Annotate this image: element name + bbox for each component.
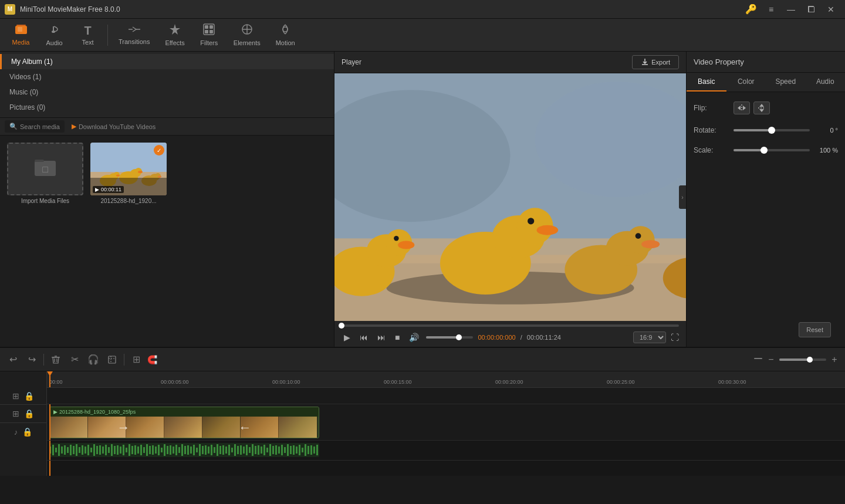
export-button[interactable]: Export bbox=[632, 55, 679, 69]
search-media-btn[interactable]: 🔍 Search media bbox=[5, 120, 65, 133]
scale-thumb[interactable] bbox=[760, 147, 768, 154]
album-item-music-label: Music (0) bbox=[9, 88, 38, 96]
toolbar-audio[interactable]: Audio bbox=[38, 21, 70, 49]
svg-point-23 bbox=[116, 175, 120, 177]
toolbar-text-label: Text bbox=[82, 39, 93, 46]
svg-rect-151 bbox=[313, 447, 315, 454]
svg-rect-147 bbox=[302, 448, 303, 452]
cut-button[interactable]: ✂ bbox=[66, 353, 83, 367]
titlebar-key-btn[interactable]: 🔑 bbox=[742, 2, 760, 16]
svg-rect-130 bbox=[252, 444, 254, 456]
undo-button[interactable]: ↩ bbox=[5, 353, 21, 367]
album-item-myalbum[interactable]: My Album (1) bbox=[0, 54, 334, 69]
svg-rect-133 bbox=[261, 447, 262, 454]
zoom-out-button[interactable]: − bbox=[765, 354, 777, 366]
tab-speed[interactable]: Speed bbox=[766, 73, 806, 92]
flip-vertical-button[interactable] bbox=[753, 102, 770, 114]
export-label: Export bbox=[651, 59, 670, 66]
svg-point-42 bbox=[394, 236, 398, 241]
video-media-item[interactable]: ▶ 00:00:11 ✓ 20125288-hd_1920... bbox=[90, 143, 167, 204]
album-item-pictures-label: Pictures (0) bbox=[9, 103, 45, 111]
titlebar-menu-btn[interactable]: ≡ bbox=[762, 2, 780, 16]
tab-color[interactable]: Color bbox=[726, 73, 766, 92]
volume-thumb[interactable] bbox=[456, 334, 462, 340]
stop-button[interactable]: ■ bbox=[393, 332, 402, 343]
toolbar-audio-label: Audio bbox=[46, 39, 62, 46]
flip-horizontal-button[interactable] bbox=[734, 102, 750, 114]
rotate-slider[interactable] bbox=[734, 129, 810, 131]
tab-basic[interactable]: Basic bbox=[687, 73, 726, 92]
magnetic-snap-icon[interactable]: 🧲 bbox=[145, 354, 160, 366]
svg-rect-113 bbox=[202, 446, 204, 454]
delete-button[interactable] bbox=[48, 353, 64, 367]
titlebar-restore-btn[interactable]: ⧠ bbox=[802, 2, 820, 16]
add-track-icon[interactable]: ⊞ bbox=[130, 353, 143, 366]
svg-rect-98 bbox=[158, 445, 160, 455]
timeline-body: ⊞ 🔒 ⊞ 🔒 ♪ 🔒 bbox=[0, 371, 845, 476]
tab-basic-label: Basic bbox=[698, 77, 715, 86]
lock-sub-track-icon[interactable]: 🔒 bbox=[23, 408, 35, 420]
album-item-videos[interactable]: Videos (1) bbox=[0, 69, 334, 84]
progress-bar[interactable] bbox=[342, 324, 679, 327]
svg-rect-100 bbox=[164, 444, 165, 456]
youtube-icon: ▶ bbox=[72, 123, 76, 130]
progress-thumb[interactable] bbox=[339, 323, 344, 329]
video-thumb[interactable]: ▶ 00:00:11 ✓ bbox=[90, 143, 167, 195]
svg-rect-126 bbox=[240, 445, 242, 455]
toolbar-transitions[interactable]: Transitions bbox=[111, 21, 157, 49]
svg-rect-4 bbox=[53, 26, 54, 32]
import-thumb[interactable]: □ bbox=[7, 143, 83, 195]
fullscreen-button[interactable]: ⛶ bbox=[671, 333, 679, 342]
toolbar-text[interactable]: T Text bbox=[72, 21, 104, 49]
redo-button[interactable]: ↪ bbox=[23, 353, 40, 367]
toolbar-motion[interactable]: Motion bbox=[269, 21, 302, 49]
svg-point-50 bbox=[627, 226, 655, 254]
zoom-out-icon bbox=[753, 354, 763, 365]
tab-speed-label: Speed bbox=[775, 77, 796, 86]
import-media-item[interactable]: □ Import Media Files bbox=[7, 143, 83, 204]
volume-slider[interactable] bbox=[426, 336, 473, 339]
svg-rect-89 bbox=[131, 446, 133, 454]
svg-point-51 bbox=[641, 240, 660, 248]
rotate-thumb[interactable] bbox=[768, 127, 775, 134]
tab-audio[interactable]: Audio bbox=[806, 73, 846, 92]
svg-rect-10 bbox=[209, 30, 213, 33]
svg-rect-71 bbox=[79, 447, 80, 453]
zoom-slider[interactable] bbox=[779, 358, 826, 361]
scale-slider[interactable] bbox=[734, 149, 810, 151]
lock-audio-track-icon[interactable]: 🔒 bbox=[21, 426, 33, 438]
tab-color-label: Color bbox=[738, 77, 755, 86]
download-youtube-btn[interactable]: ▶ Download YouTube Videos bbox=[67, 120, 161, 133]
toolbar-media[interactable]: Media bbox=[5, 21, 37, 49]
volume-button[interactable]: 🔊 bbox=[407, 332, 421, 343]
play-button[interactable]: ▶ bbox=[342, 332, 353, 343]
zoom-in-button[interactable]: + bbox=[829, 354, 840, 366]
app-title: MiniTool MovieMaker Free 8.0.0 bbox=[20, 5, 737, 13]
next-frame-button[interactable]: ⏭ bbox=[375, 332, 388, 343]
add-sub-track-icon[interactable]: ⊞ bbox=[11, 408, 21, 420]
toolbar-elements[interactable]: Elements bbox=[227, 21, 268, 49]
reset-button[interactable]: Reset bbox=[799, 322, 831, 337]
album-item-music[interactable]: Music (0) bbox=[0, 84, 334, 100]
total-time: 00:00:11:24 bbox=[527, 334, 561, 341]
video-clip[interactable]: ▶ 20125288-hd_1920_1080_25fps bbox=[49, 407, 319, 438]
aspect-ratio-select[interactable]: 16:9 4:3 1:1 9:16 bbox=[633, 332, 666, 343]
audio-edit-button[interactable]: 🎧 bbox=[85, 353, 102, 367]
collapse-panel-arrow[interactable]: › bbox=[679, 185, 686, 209]
crop-button[interactable] bbox=[104, 353, 120, 367]
flip-label: Flip: bbox=[694, 104, 729, 112]
album-item-videos-label: Videos (1) bbox=[9, 73, 41, 81]
zoom-thumb[interactable] bbox=[807, 357, 813, 363]
toolbar-effects[interactable]: Effects bbox=[158, 21, 191, 49]
svg-rect-148 bbox=[305, 444, 306, 456]
titlebar-close-btn[interactable]: ✕ bbox=[822, 2, 840, 16]
toolbar: Media Audio T Text Transitions Effects F… bbox=[0, 19, 845, 52]
svg-rect-67 bbox=[67, 447, 69, 453]
album-item-pictures[interactable]: Pictures (0) bbox=[0, 100, 334, 115]
prev-frame-button[interactable]: ⏮ bbox=[357, 332, 370, 343]
titlebar-minimize-btn[interactable]: — bbox=[782, 2, 800, 16]
titlebar: M MiniTool MovieMaker Free 8.0.0 🔑 ≡ — ⧠… bbox=[0, 0, 845, 19]
toolbar-filters[interactable]: Filters bbox=[193, 21, 225, 49]
lock-video-track-icon[interactable]: 🔒 bbox=[23, 390, 35, 402]
add-video-track-icon[interactable]: ⊞ bbox=[11, 390, 21, 402]
